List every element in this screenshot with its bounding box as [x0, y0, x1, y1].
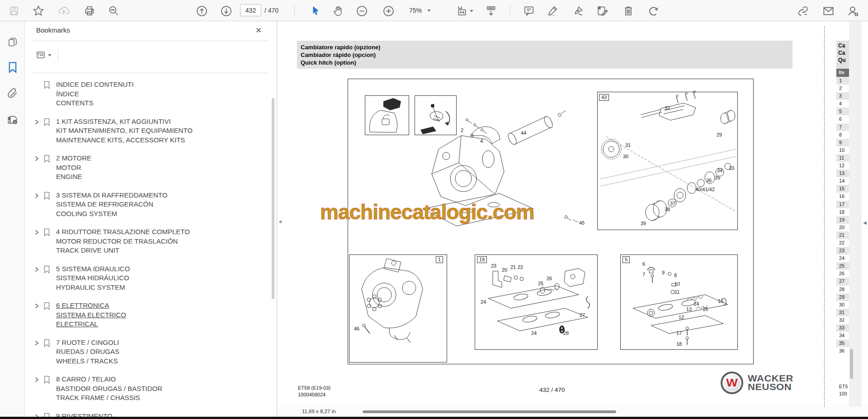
bookmark-item[interactable]: INDICE DEI CONTENUTIÍNDICECONTENTS — [25, 80, 271, 108]
collapse-tools-handle[interactable]: ◄ — [862, 220, 868, 226]
watermark-text: machinecatalogic.com — [320, 200, 534, 224]
hand-tool-icon[interactable] — [332, 5, 344, 17]
bookmarks-scrollbar[interactable] — [272, 98, 274, 299]
fill-and-sign-icon[interactable] — [596, 5, 609, 17]
search-icon[interactable] — [107, 5, 120, 17]
save-icon[interactable] — [8, 5, 20, 17]
toolbar-separator — [294, 5, 295, 16]
chevron-down-icon — [427, 9, 431, 12]
zoom-out-icon[interactable] — [355, 5, 368, 17]
email-icon[interactable] — [822, 5, 835, 17]
share-link-icon[interactable] — [797, 5, 809, 17]
fit-width-icon[interactable] — [456, 5, 468, 17]
profile-icon[interactable] — [846, 5, 859, 17]
chevron-right-icon[interactable] — [34, 413, 39, 417]
chevron-right-icon[interactable] — [34, 118, 39, 127]
divider — [33, 41, 269, 41]
bookmark-item[interactable]: 6 ELETTRONICASISTEMA ELECTRICOELECTRICAL — [25, 301, 271, 329]
bookmark-item[interactable]: 8 CARRO / TELAIOBASTIDOR ORUGAS / BASTID… — [25, 375, 271, 403]
bookmark-label: INDICE DEI CONTENUTIÍNDICECONTENTS — [56, 80, 271, 108]
page-number-input[interactable] — [240, 4, 261, 16]
main-toolbar: / 470 75% — [0, 0, 868, 21]
page-thumbnails-icon[interactable] — [6, 36, 19, 48]
previous-page-icon[interactable] — [195, 5, 208, 17]
panel-title: Bookmarks — [36, 26, 70, 34]
bookmark-icon — [43, 118, 50, 128]
bookmark-item[interactable]: 5 SISTEMA IDRAULICOSISTEMA HIDRÁULICOHYD… — [25, 264, 271, 292]
bookmarks-panel-icon[interactable] — [6, 61, 19, 74]
attachments-icon[interactable] — [6, 87, 19, 100]
bookmark-icon — [43, 228, 50, 238]
chevron-right-icon[interactable] — [34, 155, 39, 164]
close-icon[interactable]: ✕ — [253, 25, 264, 36]
horizontal-scrollbar[interactable] — [363, 410, 616, 413]
chevron-right-icon[interactable] — [34, 192, 39, 201]
status-bar: 11,69 x 8,27 in — [277, 407, 868, 417]
brand-monogram-icon: W — [721, 372, 743, 394]
model-code: ET58 (E19-03) — [298, 385, 330, 391]
bookmark-label: 3 SISTEMA DI RAFFREDDAMENTOSISTEMA DE RE… — [56, 191, 271, 219]
window-bottom-edge — [0, 417, 868, 419]
toolbar-separator — [510, 5, 510, 16]
fit-options-caret-icon[interactable] — [468, 5, 475, 17]
bookmark-icon — [43, 413, 50, 417]
zoom-level-value: 75% — [409, 7, 422, 14]
zoom-in-icon[interactable] — [382, 5, 395, 17]
redo-icon[interactable] — [647, 5, 660, 17]
chevron-right-icon[interactable] — [34, 302, 39, 311]
highlight-icon[interactable] — [546, 5, 559, 17]
bookmark-label: 5 SISTEMA IDRAULICOSISTEMA HIDRÁULICOHYD… — [56, 264, 271, 292]
chevron-right-icon[interactable] — [34, 266, 39, 275]
bookmark-list: INDICE DEI CONTENUTIÍNDICECONTENTS 1 KIT… — [25, 80, 271, 417]
page-total-label: / 470 — [264, 7, 278, 14]
bookmark-options-button[interactable] — [36, 51, 52, 59]
bookmark-icon — [43, 192, 50, 202]
divider — [33, 73, 269, 73]
page-footer-reference: ET58 (E19-03) 1000458024 — [298, 385, 330, 398]
scroll-mode-icon[interactable] — [485, 5, 497, 17]
bookmark-item[interactable]: 9 RIVESTIMENTO — [25, 412, 271, 417]
collapse-panel-handle[interactable]: ◄ — [278, 217, 283, 226]
brand-wordmark: WACKER NEUSON — [748, 374, 793, 391]
page-indicator: 432 / 470 — [539, 386, 565, 393]
bookmark-item[interactable]: 3 SISTEMA DI RAFFREDDAMENTOSISTEMA DE RE… — [25, 191, 271, 219]
bookmark-icon — [43, 155, 50, 165]
bookmark-label: 2 MOTOREMOTORENGINE — [56, 154, 271, 182]
brand-logo: W WACKER NEUSON — [721, 372, 793, 394]
print-icon[interactable] — [83, 5, 96, 17]
sign-pen-icon[interactable] — [572, 5, 585, 17]
pdf-viewer-window: / 470 75% — [0, 0, 868, 419]
bookmark-icon — [43, 376, 50, 386]
bookmark-label: 8 CARRO / TELAIOBASTIDOR ORUGAS / BASTID… — [56, 375, 271, 403]
bookmark-icon — [43, 81, 50, 91]
navigation-rail — [0, 21, 25, 417]
chevron-right-icon[interactable] — [34, 229, 39, 238]
bookmark-label: 7 RUOTE / CINGOLIRUEDAS / ORUGASWHEELS /… — [56, 338, 271, 366]
document-number: 1000458024 — [298, 391, 330, 398]
bookmark-item[interactable]: 7 RUOTE / CINGOLIRUEDAS / ORUGASWHEELS /… — [25, 338, 271, 366]
divider — [58, 49, 58, 62]
bookmark-icon — [43, 339, 50, 349]
next-page-icon[interactable] — [220, 5, 232, 17]
bookmark-label: 4 RIDUTTORE TRASLAZIONE COMPLETOMOTOR RE… — [56, 227, 271, 255]
bookmark-item[interactable]: 4 RIDUTTORE TRASLAZIONE COMPLETOMOTOR RE… — [25, 227, 271, 255]
bookmark-item[interactable]: 1 KIT ASSISTENZA, KIT AGGIUNTIVIKIT MANT… — [25, 117, 271, 145]
bookmark-label: 1 KIT ASSISTENZA, KIT AGGIUNTIVIKIT MANT… — [56, 117, 271, 145]
chevron-down-icon — [48, 54, 52, 56]
bookmark-icon — [43, 302, 50, 312]
zoom-level-dropdown[interactable]: 75% — [404, 4, 445, 17]
star-icon[interactable] — [32, 5, 45, 17]
bookmark-label: 6 ELETTRONICASISTEMA ELECTRICOELECTRICAL — [56, 301, 271, 329]
model-info-icon[interactable] — [6, 113, 19, 126]
chevron-right-icon[interactable] — [34, 376, 39, 385]
comment-icon[interactable] — [523, 5, 535, 17]
share-cloud-icon[interactable] — [57, 5, 70, 17]
bookmarks-panel: Bookmarks ✕ INDICE DEI CONTENUTIÍNDICECO… — [25, 21, 277, 417]
select-tool-icon[interactable] — [309, 5, 322, 17]
delete-icon[interactable] — [622, 5, 635, 17]
bookmark-label: 9 RIVESTIMENTO — [56, 412, 271, 417]
bookmark-item[interactable]: 2 MOTOREMOTORENGINE — [25, 154, 271, 182]
bookmark-icon — [43, 265, 50, 275]
horizontal-scrollbar-track[interactable] — [277, 410, 868, 414]
chevron-right-icon[interactable] — [34, 339, 39, 348]
